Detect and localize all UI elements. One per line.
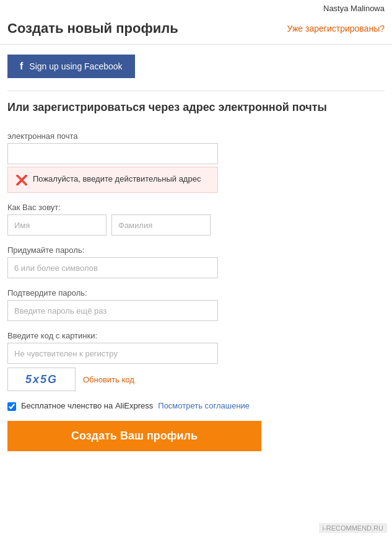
password-input[interactable] (7, 257, 218, 278)
page-header: Создать новый профиль Уже зарегистрирова… (0, 15, 392, 45)
email-label: электронная почта (7, 131, 385, 141)
confirm-password-label: Подтвердите пароль: (7, 288, 385, 298)
terms-text: Бесплатное членство на AliExpress (21, 401, 153, 410)
email-error-text: Пожалуйста, введите действительный адрес (33, 174, 201, 185)
confirm-password-input[interactable] (7, 300, 218, 321)
captcha-box: 5x5G Обновить код (7, 368, 218, 391)
main-content: f Sign up using Facebook Или зарегистрир… (0, 45, 392, 461)
terms-link[interactable]: Посмотреть соглашение (158, 401, 250, 410)
name-label: Как Вас зовут: (7, 203, 385, 212)
submit-button[interactable]: Создать Ваш профиль (7, 421, 261, 451)
terms-row: Бесплатное членство на AliExpress Посмот… (7, 401, 385, 411)
name-row (7, 214, 385, 236)
username-display: Nastya Malinowa (323, 4, 385, 13)
page-title: Создать новый профиль (7, 20, 178, 37)
password-label: Придумайте пароль: (7, 245, 385, 255)
last-name-input[interactable] (111, 214, 211, 236)
terms-checkbox[interactable] (7, 402, 16, 411)
email-input[interactable] (7, 143, 218, 164)
watermark: i-RECOMMEND.RU (319, 523, 387, 533)
confirm-password-field-group: Подтвердите пароль: (7, 288, 385, 321)
captcha-field-group: Введите код с картинки: 5x5G Обновить ко… (7, 331, 385, 391)
error-icon: ❌ (15, 174, 28, 186)
facebook-button-label: Sign up using Facebook (29, 61, 122, 71)
section-divider (7, 90, 385, 91)
facebook-icon: f (20, 61, 23, 72)
captcha-input[interactable] (7, 343, 218, 364)
captcha-image: 5x5G (7, 368, 76, 391)
or-section-heading: Или зарегистрироваться через адрес элект… (7, 101, 385, 119)
already-registered-link[interactable]: Уже зарегистрированы? (287, 24, 385, 33)
captcha-label: Введите код с картинки: (7, 331, 385, 340)
email-field-group: электронная почта ❌ Пожалуйста, введите … (7, 131, 385, 193)
password-field-group: Придумайте пароль: (7, 245, 385, 278)
email-error-box: ❌ Пожалуйста, введите действительный адр… (7, 167, 218, 193)
name-field-group: Как Вас зовут: (7, 203, 385, 236)
first-name-input[interactable] (7, 214, 107, 236)
refresh-captcha-link[interactable]: Обновить код (83, 375, 134, 384)
facebook-signup-button[interactable]: f Sign up using Facebook (7, 55, 135, 78)
